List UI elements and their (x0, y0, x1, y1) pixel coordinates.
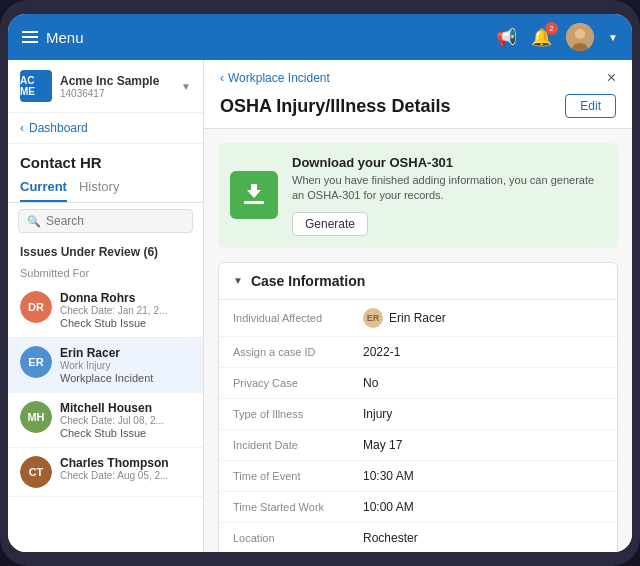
item-sub: Check Date: Aug 05, 2... (60, 470, 191, 481)
close-button[interactable]: × (607, 70, 616, 86)
acme-name: Acme Inc Sample (60, 74, 173, 88)
item-sub: Work Injury (60, 360, 191, 371)
sidebar-section-title: Contact HR (8, 144, 203, 175)
osha-banner: Download your OSHA-301 When you have fin… (218, 143, 618, 248)
search-input[interactable] (46, 214, 184, 228)
notifications-icon[interactable]: 🔔 2 (531, 27, 552, 48)
item-type: Workplace Incident (60, 372, 191, 384)
section-title: Case Information (251, 273, 365, 289)
hamburger-menu-icon[interactable] (22, 31, 38, 43)
item-type: Check Stub Issue (60, 427, 191, 439)
panel-body: Download your OSHA-301 When you have fin… (204, 129, 632, 552)
acme-info: Acme Inc Sample 14036417 (60, 74, 173, 99)
osha-text-area: Download your OSHA-301 When you have fin… (292, 155, 606, 236)
panel-header: ‹ Workplace Incident × OSHA Injury/Illne… (204, 60, 632, 129)
item-sub: Check Date: Jul 08, 2... (60, 415, 191, 426)
dashboard-link[interactable]: ‹ Dashboard (8, 113, 203, 144)
field-row: Location Rochester (219, 523, 617, 552)
field-row: Incident Date May 17 (219, 430, 617, 461)
item-info: Mitchell Housen Check Date: Jul 08, 2...… (60, 401, 191, 439)
field-value: Injury (363, 407, 392, 421)
osha-title: Download your OSHA-301 (292, 155, 606, 170)
field-label: Assign a case ID (233, 346, 363, 358)
tab-current[interactable]: Current (20, 175, 67, 202)
nav-icons: 📢 🔔 2 ▼ (496, 23, 618, 51)
nav-menu-label: Menu (46, 29, 84, 46)
item-type: Check Stub Issue (60, 317, 191, 329)
field-value: 10:30 AM (363, 469, 414, 483)
top-nav: Menu 📢 🔔 2 ▼ (8, 14, 632, 60)
breadcrumb-chevron-icon: ‹ (220, 71, 224, 85)
list-items: DR Donna Rohrs Check Date: Jan 21, 2... … (8, 283, 203, 552)
osha-description: When you have finished adding informatio… (292, 173, 606, 204)
item-name: Donna Rohrs (60, 291, 191, 305)
field-label: Individual Affected (233, 312, 363, 324)
field-label: Time Started Work (233, 501, 363, 513)
field-row: Individual Affected ER Erin Racer (219, 300, 617, 337)
avatar-chevron[interactable]: ▼ (608, 32, 618, 43)
svg-marker-4 (247, 184, 261, 198)
list-item[interactable]: MH Mitchell Housen Check Date: Jul 08, 2… (8, 393, 203, 448)
field-row: Type of Illness Injury (219, 399, 617, 430)
field-value: ER Erin Racer (363, 308, 446, 328)
tablet-frame: Menu 📢 🔔 2 ▼ (0, 0, 640, 566)
issues-header: Issues Under Review (6) (8, 241, 203, 265)
avatar: DR (20, 291, 52, 323)
item-name: Erin Racer (60, 346, 191, 360)
user-avatar[interactable] (566, 23, 594, 51)
item-info: Erin Racer Work Injury Workplace Inciden… (60, 346, 191, 384)
download-icon (240, 181, 268, 209)
acme-chevron-icon[interactable]: ▼ (181, 81, 191, 92)
breadcrumb-link[interactable]: ‹ Workplace Incident (220, 71, 330, 85)
avatar: ER (20, 346, 52, 378)
list-item[interactable]: CT Charles Thompson Check Date: Aug 05, … (8, 448, 203, 497)
breadcrumb-bar: ‹ Workplace Incident × (220, 70, 616, 86)
field-label: Type of Illness (233, 408, 363, 420)
tablet-inner: Menu 📢 🔔 2 ▼ (8, 14, 632, 552)
edit-button[interactable]: Edit (565, 94, 616, 118)
chevron-left-icon: ‹ (20, 121, 24, 135)
field-row: Privacy Case No (219, 368, 617, 399)
dashboard-label: Dashboard (29, 121, 88, 135)
field-label: Incident Date (233, 439, 363, 451)
chevron-down-icon: ▼ (233, 275, 243, 286)
acme-logo: AC ME (20, 70, 52, 102)
list-item[interactable]: DR Donna Rohrs Check Date: Jan 21, 2... … (8, 283, 203, 338)
field-label: Privacy Case (233, 377, 363, 389)
field-label: Location (233, 532, 363, 544)
acme-id: 14036417 (60, 88, 173, 99)
field-value: 10:00 AM (363, 500, 414, 514)
section-header[interactable]: ▼ Case Information (219, 263, 617, 300)
field-row: Time Started Work 10:00 AM (219, 492, 617, 523)
field-value: May 17 (363, 438, 402, 452)
avatar: MH (20, 401, 52, 433)
item-info: Charles Thompson Check Date: Aug 05, 2..… (60, 456, 191, 481)
field-rows: Individual Affected ER Erin Racer Assign… (219, 300, 617, 552)
svg-point-1 (575, 29, 585, 39)
generate-button[interactable]: Generate (292, 212, 368, 236)
panel-title: OSHA Injury/Illness Details (220, 96, 450, 117)
field-value: No (363, 376, 378, 390)
submitted-for-label: Submitted For (8, 265, 203, 283)
tab-history[interactable]: History (79, 175, 119, 202)
field-value: 2022-1 (363, 345, 400, 359)
right-panel: ‹ Workplace Incident × OSHA Injury/Illne… (204, 60, 632, 552)
field-row: Time of Event 10:30 AM (219, 461, 617, 492)
svg-rect-3 (244, 201, 264, 204)
field-value: Rochester (363, 531, 418, 545)
breadcrumb-label: Workplace Incident (228, 71, 330, 85)
search-box: 🔍 (18, 209, 193, 233)
item-info: Donna Rohrs Check Date: Jan 21, 2... Che… (60, 291, 191, 329)
acme-header: AC ME Acme Inc Sample 14036417 ▼ (8, 60, 203, 113)
notification-badge: 2 (545, 22, 558, 35)
main-content: AC ME Acme Inc Sample 14036417 ▼ ‹ Dashb… (8, 60, 632, 552)
case-information-section: ▼ Case Information Individual Affected E… (218, 262, 618, 552)
field-row: Assign a case ID 2022-1 (219, 337, 617, 368)
avatar: CT (20, 456, 52, 488)
sidebar: AC ME Acme Inc Sample 14036417 ▼ ‹ Dashb… (8, 60, 204, 552)
megaphone-icon[interactable]: 📢 (496, 27, 517, 48)
item-sub: Check Date: Jan 21, 2... (60, 305, 191, 316)
list-item[interactable]: ER Erin Racer Work Injury Workplace Inci… (8, 338, 203, 393)
sidebar-tabs: Current History (8, 175, 203, 203)
osha-icon-box (230, 171, 278, 219)
